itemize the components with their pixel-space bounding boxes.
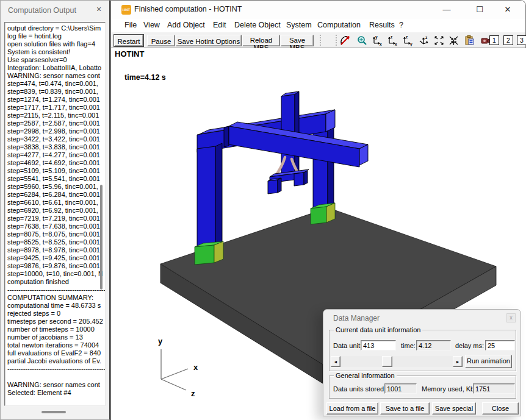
delay-label: delay ms: bbox=[455, 342, 484, 349]
menu-bar: File View Add Object Edit Delete Object … bbox=[111, 19, 525, 32]
svg-text:x: x bbox=[380, 42, 382, 46]
memory-used-label: Memory used, Kb: bbox=[422, 385, 476, 393]
window-title: Finished computation - HOTINT bbox=[134, 5, 242, 13]
menu-view[interactable]: View bbox=[143, 21, 160, 29]
gantry-left-column bbox=[197, 143, 222, 251]
toolbar-separator bbox=[336, 35, 337, 46]
stored-view-1-button[interactable]: 1 bbox=[489, 35, 499, 45]
zoom-magnifier-icon[interactable] bbox=[356, 35, 369, 46]
minimize-button[interactable]: — bbox=[433, 1, 460, 19]
svg-text:z: z bbox=[406, 35, 408, 39]
menu-delete-object[interactable]: Delete Object bbox=[234, 21, 281, 29]
save-mbs-button[interactable]: Save MBS bbox=[281, 35, 314, 46]
svg-text:z: z bbox=[425, 35, 428, 40]
scroll-right-arrow[interactable]: ► bbox=[453, 356, 463, 367]
menu-results[interactable]: Results bbox=[369, 21, 395, 29]
close-button[interactable]: ✕ bbox=[494, 1, 521, 19]
data-manager-dialog[interactable]: Data Manager x Current data unit informa… bbox=[323, 309, 521, 416]
data-unit-scrollbar-track[interactable] bbox=[340, 356, 453, 367]
run-animation-button[interactable]: Run animation bbox=[465, 355, 512, 368]
memory-used-field: 1751 bbox=[473, 383, 515, 394]
save-hotint-options-button[interactable]: Save Hotint Options bbox=[176, 35, 242, 46]
vertical-scrollbar-thumb[interactable] bbox=[100, 185, 103, 290]
dialog-close-button[interactable]: x bbox=[506, 313, 516, 322]
delay-input[interactable]: 25 bbox=[485, 340, 515, 351]
save-special-button[interactable]: Save special bbox=[432, 402, 476, 415]
horizontal-scrollbar-thumb[interactable] bbox=[41, 411, 66, 413]
data-unit-input[interactable]: 413 bbox=[361, 340, 396, 351]
toolbar: Restart Pause Save Hotint Options Reload… bbox=[111, 32, 525, 48]
menu-computation[interactable]: Computation bbox=[317, 21, 361, 29]
group-label: General information bbox=[334, 372, 397, 379]
load-from-file-button[interactable]: Load from a file bbox=[326, 402, 378, 415]
reload-mbs-button[interactable]: Reload MBS bbox=[242, 35, 280, 46]
title-bar[interactable]: HNT Finished computation - HOTINT — ☐ ✕ bbox=[111, 1, 525, 19]
panel-title: Computation Output bbox=[8, 6, 76, 15]
panel-close-icon[interactable]: × bbox=[93, 4, 104, 14]
svg-text:y: y bbox=[410, 42, 413, 46]
dialog-title: Data Manager bbox=[333, 314, 380, 322]
toolbar-separator bbox=[320, 35, 321, 46]
view-plane-zx-icon[interactable]: zx bbox=[387, 35, 399, 46]
data-unit-label: Data unit: bbox=[333, 342, 362, 349]
zoom-fit-icon[interactable] bbox=[433, 35, 445, 46]
menu-help[interactable]: ? bbox=[399, 21, 403, 29]
time-label: time: bbox=[401, 342, 416, 349]
menu-file[interactable]: File bbox=[124, 21, 137, 29]
time-field: 4.12 bbox=[416, 340, 451, 351]
close-dialog-button[interactable]: Close bbox=[482, 402, 519, 415]
menu-edit[interactable]: Edit bbox=[213, 21, 226, 29]
view-plane-yx-icon[interactable]: yx bbox=[372, 35, 384, 46]
computation-log[interactable]: output directory = C:\Users\Simlog file … bbox=[4, 22, 106, 406]
screenshot-root: HNT Finished computation - HOTINT — ☐ ✕ … bbox=[0, 0, 526, 420]
svg-text:z: z bbox=[391, 35, 393, 39]
rotate-view-icon[interactable] bbox=[339, 35, 351, 46]
app-icon: HNT bbox=[121, 5, 131, 15]
restart-button[interactable]: Restart bbox=[114, 35, 143, 46]
axis-triad: y x z bbox=[158, 336, 198, 398]
svg-text:y: y bbox=[375, 35, 378, 40]
zoom-center-icon[interactable] bbox=[448, 35, 460, 46]
stored-view-2-button[interactable]: 2 bbox=[503, 35, 513, 45]
menu-system[interactable]: System bbox=[286, 21, 312, 29]
stored-view-3-button[interactable]: 3 bbox=[517, 35, 526, 45]
rotate-axes-icon[interactable]: z bbox=[418, 35, 430, 46]
view-plane-zy-icon[interactable]: zy bbox=[402, 35, 414, 46]
svg-text:x: x bbox=[395, 42, 397, 46]
computation-output-panel: Computation Output × output directory = … bbox=[0, 0, 110, 420]
axis-label-z: z bbox=[191, 389, 195, 398]
data-units-stored-field: 1001 bbox=[384, 383, 417, 394]
save-to-file-button[interactable]: Save to a file bbox=[380, 402, 430, 415]
log-lines: output directory = C:\Users\Simlog file … bbox=[7, 24, 105, 397]
axis-label-x: x bbox=[193, 363, 198, 372]
data-units-stored-label: Data units stored: bbox=[333, 385, 386, 393]
group-label: Current data unit information bbox=[334, 326, 422, 333]
axis-label-y: y bbox=[158, 336, 163, 346]
maximize-button[interactable]: ☐ bbox=[466, 1, 493, 19]
scroll-left-arrow[interactable]: ◄ bbox=[331, 356, 340, 367]
data-unit-scrollbar-thumb[interactable] bbox=[382, 356, 392, 367]
copy-image-icon[interactable] bbox=[464, 35, 476, 46]
pause-button[interactable]: Pause bbox=[147, 35, 175, 46]
menu-add-object[interactable]: Add Object bbox=[167, 21, 205, 29]
